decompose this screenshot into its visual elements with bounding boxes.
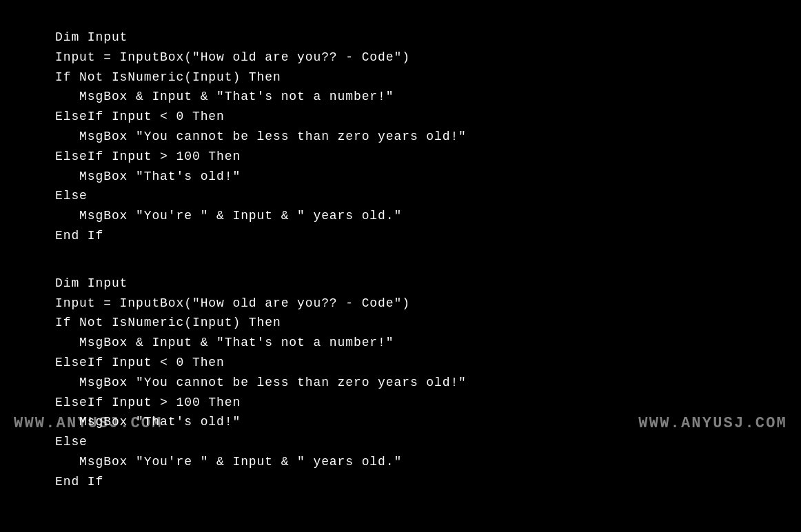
code-line: Input = InputBox("How old are you?? - Co… (55, 294, 746, 314)
code-line: MsgBox "You're " & Input & " years old." (55, 206, 746, 226)
code-line: Else (55, 186, 746, 206)
code-line: End If (55, 226, 746, 246)
code-line: Dim Input (55, 28, 746, 48)
code-line: If Not IsNumeric(Input) Then (55, 313, 746, 333)
watermark-left: WWW.ANYUSJ.COM (14, 415, 163, 432)
code-line: ElseIf Input < 0 Then (55, 353, 746, 373)
code-line: MsgBox "You cannot be less than zero yea… (55, 127, 746, 147)
code-line: MsgBox & Input & "That's not a number!" (55, 333, 746, 353)
code-block-1: Dim InputInput = InputBox("How old are y… (55, 28, 746, 246)
code-line: ElseIf Input < 0 Then (55, 107, 746, 127)
code-block-2: Dim InputInput = InputBox("How old are y… (55, 274, 746, 492)
code-line: Else (55, 432, 746, 452)
code-line: If Not IsNumeric(Input) Then (55, 68, 746, 88)
code-line: Dim Input (55, 274, 746, 294)
code-line: Input = InputBox("How old are you?? - Co… (55, 48, 746, 68)
code-container: Dim InputInput = InputBox("How old are y… (0, 0, 801, 532)
code-line: ElseIf Input > 100 Then (55, 393, 746, 413)
code-line: MsgBox & Input & "That's not a number!" (55, 87, 746, 107)
code-line: MsgBox "You cannot be less than zero yea… (55, 373, 746, 393)
code-line: MsgBox "You're " & Input & " years old." (55, 452, 746, 472)
code-line: MsgBox "That's old!" (55, 167, 746, 187)
code-line: ElseIf Input > 100 Then (55, 147, 746, 167)
code-line: End If (55, 472, 746, 492)
watermark-right: WWW.ANYUSJ.COM (638, 415, 787, 432)
